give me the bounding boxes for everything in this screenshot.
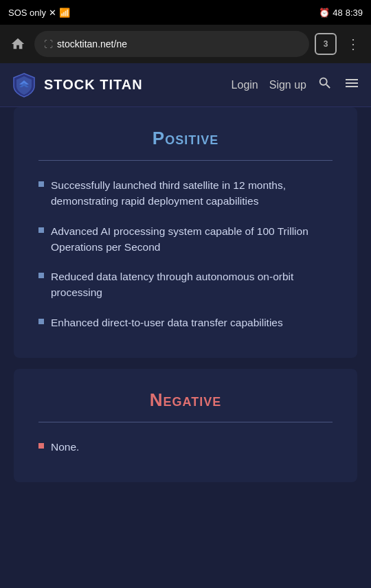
time-label: 8:39 xyxy=(346,8,363,18)
bullet-icon xyxy=(38,443,44,449)
logo-text: STOCK TITAN xyxy=(44,77,143,93)
home-button[interactable] xyxy=(7,33,29,55)
negative-bullet-list: None. xyxy=(38,439,333,455)
positive-bullet-2: Advanced AI processing system capable of… xyxy=(51,223,333,256)
tabs-count: 3 xyxy=(324,39,328,49)
negative-title: Negative xyxy=(38,389,333,411)
wifi-icon: 📶 xyxy=(59,8,70,18)
positive-bullet-list: Successfully launched third satellite in… xyxy=(38,177,333,330)
url-bar[interactable]: ⛶ stocktitan.net/ne xyxy=(34,31,309,57)
status-bar: SOS only ✕ 📶 ⏰ 48 8:39 xyxy=(0,0,371,25)
bullet-icon xyxy=(38,319,44,324)
site-header: STOCK TITAN Login Sign up xyxy=(0,63,371,107)
bullet-icon xyxy=(38,181,44,187)
alarm-icon: ⏰ xyxy=(319,8,330,18)
negative-divider xyxy=(38,422,333,422)
list-item: Reduced data latency through autonomous … xyxy=(38,269,333,301)
positive-divider xyxy=(38,160,333,161)
negative-section: Negative None. xyxy=(14,369,357,482)
logo-icon xyxy=(11,72,37,98)
browser-menu-button[interactable]: ⋮ xyxy=(342,33,364,55)
url-text: stocktitan.net/ne xyxy=(57,38,127,49)
bullet-icon xyxy=(38,273,44,278)
signup-link[interactable]: Sign up xyxy=(269,79,306,91)
content-area: Positive Successfully launched third sat… xyxy=(0,107,371,482)
list-item: Advanced AI processing system capable of… xyxy=(38,223,333,256)
tabs-button[interactable]: 3 xyxy=(315,33,337,55)
positive-bullet-3: Reduced data latency through autonomous … xyxy=(51,269,333,301)
list-item: Successfully launched third satellite in… xyxy=(38,177,333,210)
hamburger-icon[interactable] xyxy=(344,75,360,95)
nav-links: Login Sign up xyxy=(232,75,360,95)
positive-bullet-1: Successfully launched third satellite in… xyxy=(51,177,333,210)
url-security-icon: ⛶ xyxy=(44,39,53,49)
bullet-icon xyxy=(38,227,44,233)
list-item: None. xyxy=(38,439,333,455)
negative-bullet-1: None. xyxy=(51,439,79,455)
signal-icon: ✕ xyxy=(49,8,56,18)
list-item: Enhanced direct-to-user data transfer ca… xyxy=(38,315,333,330)
status-left: SOS only ✕ 📶 xyxy=(8,8,70,18)
positive-title: Positive xyxy=(38,128,333,149)
logo-area: STOCK TITAN xyxy=(11,72,232,98)
positive-bullet-4: Enhanced direct-to-user data transfer ca… xyxy=(51,315,283,330)
status-right: ⏰ 48 8:39 xyxy=(319,8,363,18)
search-icon[interactable] xyxy=(317,76,333,94)
login-link[interactable]: Login xyxy=(232,79,258,91)
browser-bar: ⛶ stocktitan.net/ne 3 ⋮ xyxy=(0,25,371,63)
positive-section: Positive Successfully launched third sat… xyxy=(14,107,357,358)
sos-label: SOS only xyxy=(8,8,46,18)
battery-label: 48 xyxy=(333,8,342,18)
